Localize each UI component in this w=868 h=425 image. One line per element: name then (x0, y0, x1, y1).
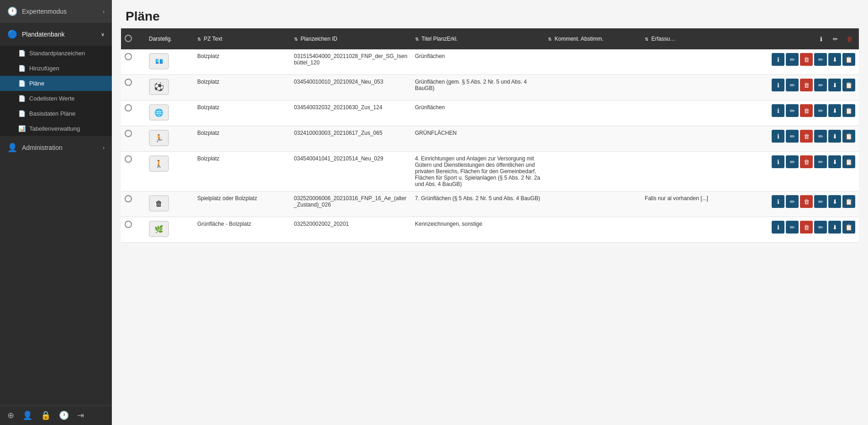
svg-text:🌐: 🌐 (154, 108, 163, 117)
row-copy-btn-5[interactable]: ✏ (814, 155, 827, 168)
radio-btn-2[interactable] (125, 79, 132, 86)
row-edit-btn-2[interactable]: ✏ (786, 79, 799, 91)
header-delete-btn[interactable]: 🗑 (843, 33, 855, 45)
radio-btn-4[interactable] (125, 130, 132, 137)
row-export-btn-7[interactable]: 📋 (842, 221, 855, 234)
row-edit-btn-7[interactable]: ✏ (786, 221, 799, 234)
table-row: 🚶 Bolzplatz 034540041041_20210514_Neu_02… (121, 152, 859, 191)
row-pzid-6: 032520006006_20210316_FNP_16_Ae_(alter_Z… (290, 191, 411, 217)
radio-btn-3[interactable] (125, 104, 132, 112)
radio-btn-6[interactable] (125, 195, 132, 202)
row-export-btn-4[interactable]: 📋 (842, 130, 855, 143)
komment-label: Komment. Abstimm. (555, 36, 604, 42)
radio-btn-5[interactable] (125, 155, 132, 163)
row-info-btn-1[interactable]: ℹ (772, 53, 784, 66)
row-edit-btn-1[interactable]: ✏ (786, 53, 799, 66)
row-select-2[interactable] (121, 75, 145, 101)
row-copy-btn-1[interactable]: ✏ (814, 53, 827, 66)
row-copy-btn-7[interactable]: ✏ (814, 221, 827, 234)
radio-btn-7[interactable] (125, 221, 132, 228)
row-delete-btn-1[interactable]: 🗑 (800, 53, 813, 66)
row-edit-btn-3[interactable]: ✏ (786, 104, 799, 117)
row-delete-btn-7[interactable]: 🗑 (800, 221, 813, 234)
row-delete-btn-4[interactable]: 🗑 (800, 130, 813, 143)
row-delete-btn-3[interactable]: 🗑 (800, 104, 813, 117)
svg-text:🗑: 🗑 (155, 200, 163, 207)
row-export-btn-1[interactable]: 📋 (842, 53, 855, 66)
row-copy-btn-3[interactable]: ✏ (814, 104, 827, 117)
row-delete-btn-2[interactable]: 🗑 (800, 79, 813, 91)
col-header-erfassung[interactable]: ⇅ Erfassu… (641, 28, 720, 49)
row-select-4[interactable] (121, 126, 145, 152)
sidebar-item-plandatenbank[interactable]: 🔵 Plandatenbank ∨ (0, 23, 112, 46)
clock-icon: 🕐 (7, 6, 17, 16)
header-info-btn[interactable]: ℹ (815, 33, 827, 45)
row-info-btn-6[interactable]: ℹ (772, 195, 784, 208)
header-edit-btn[interactable]: ✏ (829, 33, 841, 45)
col-header-pztext[interactable]: ⇅ PZ Text (194, 28, 290, 49)
row-copy-btn-4[interactable]: ✏ (814, 130, 827, 143)
row-export-btn-2[interactable]: 📋 (842, 79, 855, 91)
sidebar-item-tabellen[interactable]: 📊 Tabellenverwaltung (0, 121, 112, 136)
row-down-btn-5[interactable]: ⬇ (828, 155, 841, 168)
sidebar-item-codelisten[interactable]: 📄 Codelisten Werte (0, 91, 112, 106)
col-header-darstellg[interactable]: Darstellg. (145, 28, 194, 49)
row-down-btn-6[interactable]: ⬇ (828, 195, 841, 208)
row-down-btn-4[interactable]: ⬇ (828, 130, 841, 143)
row-export-btn-3[interactable]: 📋 (842, 104, 855, 117)
row-down-btn-2[interactable]: ⬇ (828, 79, 841, 91)
row-delete-btn-6[interactable]: 🗑 (800, 195, 813, 208)
row-select-6[interactable] (121, 191, 145, 217)
hinzufuegen-label: Hinzufügen (29, 65, 59, 72)
sort-icon-pzid: ⇅ (294, 37, 298, 42)
row-select-7[interactable] (121, 217, 145, 243)
radio-btn-1[interactable] (125, 53, 132, 60)
row-down-btn-7[interactable]: ⬇ (828, 221, 841, 234)
row-export-btn-5[interactable]: 📋 (842, 155, 855, 168)
sidebar-item-standardplanzeichen[interactable]: 📄 Standardplanzeichen (0, 46, 112, 61)
row-erfassung-1 (641, 49, 720, 75)
row-edit-btn-4[interactable]: ✏ (786, 130, 799, 143)
lock-bottom-icon[interactable]: 🔒 (41, 410, 51, 420)
row-actions-3: ℹ ✏ 🗑 ✏ ⬇ 📋 (720, 101, 859, 126)
page-title: Pläne (112, 0, 868, 28)
row-info-btn-5[interactable]: ℹ (772, 155, 784, 168)
doc-icon-4: 📄 (18, 95, 26, 102)
sidebar-item-hinzufuegen[interactable]: 📄 Hinzufügen (0, 61, 112, 76)
col-header-pzid[interactable]: ⇅ Planzeichen ID (290, 28, 411, 49)
sidebar-item-expertenmodus[interactable]: 🕐 Expertenmodus › (0, 0, 112, 23)
logout-bottom-icon[interactable]: ⇥ (77, 410, 84, 420)
row-copy-btn-6[interactable]: ✏ (814, 195, 827, 208)
row-select-3[interactable] (121, 101, 145, 126)
sidebar-item-plaene[interactable]: 📄 Pläne (0, 76, 112, 91)
row-info-btn-7[interactable]: ℹ (772, 221, 784, 234)
row-edit-btn-6[interactable]: ✏ (786, 195, 799, 208)
row-info-btn-4[interactable]: ℹ (772, 130, 784, 143)
col-header-title[interactable]: ⇅ Titel PlanzErkl. (411, 28, 544, 49)
row-export-btn-6[interactable]: 📋 (842, 195, 855, 208)
table-wrapper[interactable]: Darstellg. ⇅ PZ Text ⇅ Planzeichen ID ⇅ … (112, 28, 868, 425)
sort-icon-pztext: ⇅ (197, 37, 201, 42)
row-copy-btn-2[interactable]: ✏ (814, 79, 827, 91)
row-delete-btn-5[interactable]: 🗑 (800, 155, 813, 168)
sidebar-item-administration[interactable]: 👤 Administration › (0, 136, 112, 159)
sidebar-plandatenbank-label: Plandatenbank (22, 31, 64, 38)
svg-text:🚶: 🚶 (154, 159, 163, 168)
row-actions-2: ℹ ✏ 🗑 ✏ ⬇ 📋 (720, 75, 859, 101)
clock-bottom-icon[interactable]: 🕐 (59, 410, 69, 420)
col-header-komment[interactable]: ⇅ Komment. Abstimm. (544, 28, 641, 49)
row-select-1[interactable] (121, 49, 145, 75)
user-bottom-icon[interactable]: 👤 (22, 410, 32, 420)
row-pztext-4: Bolzplatz (194, 126, 290, 152)
basisdaten-label: Basisdaten Pläne (29, 110, 75, 117)
row-edit-btn-5[interactable]: ✏ (786, 155, 799, 168)
sidebar-item-basisdaten[interactable]: 📄 Basisdaten Pläne (0, 106, 112, 121)
row-komment-7 (544, 217, 641, 243)
row-info-btn-3[interactable]: ℹ (772, 104, 784, 117)
map-bottom-icon[interactable]: ⊕ (7, 410, 14, 420)
row-pztext-2: Bolzplatz (194, 75, 290, 101)
row-down-btn-1[interactable]: ⬇ (828, 53, 841, 66)
row-info-btn-2[interactable]: ℹ (772, 79, 784, 91)
row-down-btn-3[interactable]: ⬇ (828, 104, 841, 117)
row-select-5[interactable] (121, 152, 145, 191)
